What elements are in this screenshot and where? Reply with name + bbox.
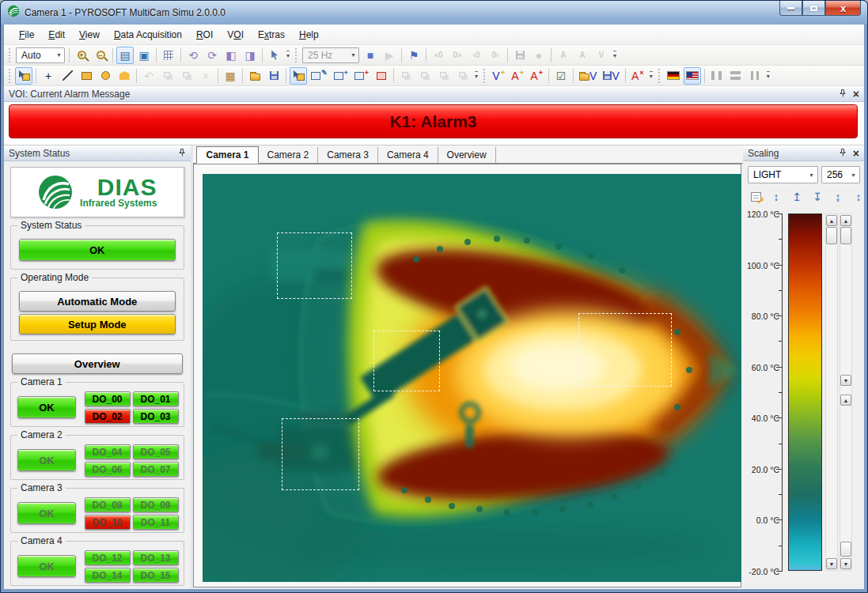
roi-rectangle-2[interactable]: [373, 330, 440, 391]
jump-end-button[interactable]: 0»: [449, 47, 466, 64]
palette-combo[interactable]: LIGHT ▼: [748, 166, 818, 183]
title-bar[interactable]: Camera 1 - PYROSOFT MultiCam Simu 2.0.0.…: [1, 1, 867, 25]
roi-delete-button[interactable]: [373, 67, 390, 85]
camera-1-status-button[interactable]: OK: [17, 396, 76, 418]
arrange-vertical-button[interactable]: [454, 67, 472, 85]
menu-help[interactable]: Help: [292, 27, 326, 43]
scale-expand-button[interactable]: ↨: [830, 189, 846, 205]
scale-lower-limit-button[interactable]: ↧: [809, 189, 825, 205]
grid-button[interactable]: [160, 47, 177, 64]
draw-point-button[interactable]: +: [40, 67, 57, 85]
alarm-add-button[interactable]: A+: [509, 67, 526, 85]
scale-upper-limit-button[interactable]: ↥: [789, 189, 805, 205]
maximize-button[interactable]: [802, 1, 825, 16]
do-indicator-do_12[interactable]: DO_12: [85, 550, 131, 565]
alarm-add2-button[interactable]: A+: [528, 67, 545, 85]
tab-camera-2[interactable]: Camera 2: [259, 147, 319, 163]
scroll-thumb[interactable]: [826, 227, 837, 244]
paste-button[interactable]: [178, 67, 195, 85]
toolbar-overflow-button[interactable]: ▾: [650, 71, 653, 81]
scroll-thumb[interactable]: [840, 542, 851, 557]
tab-camera-1[interactable]: Camera 1: [196, 146, 258, 164]
step-forward-button[interactable]: 0›: [487, 47, 504, 64]
flip-vertical-button[interactable]: ◨: [241, 47, 259, 64]
stop-button[interactable]: ■: [362, 47, 379, 64]
do-indicator-do_09[interactable]: DO_09: [133, 497, 179, 512]
play-button[interactable]: ▶: [381, 47, 398, 64]
zoom-out-button[interactable]: [92, 47, 109, 64]
close-panel-icon[interactable]: ×: [853, 148, 859, 159]
pointer-mode-button[interactable]: [266, 47, 283, 64]
roi-open-button[interactable]: [246, 67, 263, 85]
record-save-button[interactable]: [511, 47, 529, 64]
undo-button[interactable]: ↶: [140, 67, 157, 85]
scroll-down-button[interactable]: ▼: [826, 558, 837, 569]
scroll-down-button[interactable]: ▼: [840, 558, 851, 569]
close-panel-icon[interactable]: ×: [853, 89, 859, 100]
scale-autoscale-button[interactable]: ↕: [851, 189, 864, 205]
do-indicator-do_05[interactable]: DO_05: [133, 444, 179, 459]
setup-mode-button[interactable]: Setup Mode: [19, 314, 176, 334]
scroll-up-button[interactable]: ▲: [826, 215, 837, 226]
toolbar-overflow-button[interactable]: ▾: [475, 71, 478, 81]
flip-horizontal-button[interactable]: ◧: [222, 47, 240, 64]
camera-2-status-button[interactable]: OK: [17, 449, 76, 471]
scale-scrollbar-right[interactable]: ▲ ▼ ▲ ▼: [840, 213, 852, 571]
menu-roi[interactable]: ROI: [189, 27, 220, 43]
copy-button[interactable]: [159, 67, 176, 85]
roi-edit-button[interactable]: ✎: [309, 67, 330, 85]
arrange-horizontal-button[interactable]: [435, 67, 453, 85]
do-indicator-do_03[interactable]: DO_03: [133, 409, 179, 424]
pin-icon[interactable]: [840, 89, 847, 100]
do-indicator-do_11[interactable]: DO_11: [133, 515, 179, 530]
alarm-banner[interactable]: K1: Alarm3: [9, 104, 858, 138]
select-tool-button[interactable]: [15, 67, 32, 85]
menu-voi[interactable]: VOI: [220, 27, 251, 43]
toolbar-overflow-button[interactable]: ▾: [767, 71, 770, 81]
scroll-down-button[interactable]: ▼: [840, 375, 851, 386]
delete-button[interactable]: ×: [197, 67, 214, 85]
thermal-image[interactable]: [203, 174, 741, 582]
menu-data-acquisition[interactable]: Data Acquisition: [107, 27, 189, 43]
do-indicator-do_04[interactable]: DO_04: [85, 444, 131, 459]
voi-add-button[interactable]: V+: [490, 67, 507, 85]
minimize-button[interactable]: [779, 1, 802, 16]
alarm-delete-button[interactable]: A×: [629, 67, 646, 85]
do-indicator-do_08[interactable]: DO_08: [85, 497, 131, 512]
pin-icon[interactable]: [840, 148, 847, 159]
do-indicator-do_06[interactable]: DO_06: [85, 462, 131, 477]
camera-4-status-button[interactable]: OK: [17, 555, 76, 577]
draw-line-button[interactable]: [59, 67, 76, 85]
roi-save-button[interactable]: [265, 67, 282, 85]
record-stop-button[interactable]: ●: [530, 47, 548, 64]
do-indicator-do_13[interactable]: DO_13: [133, 550, 179, 565]
levels-combo[interactable]: 256 ▼: [821, 166, 860, 183]
roi-add-alarm-button[interactable]: +: [352, 67, 371, 85]
roi-rectangle-3[interactable]: [578, 313, 672, 387]
tab-camera-4[interactable]: Camera 4: [378, 147, 438, 163]
scroll-thumb[interactable]: [840, 227, 851, 244]
jump-start-button[interactable]: «0: [430, 47, 447, 64]
roi-add-button[interactable]: +: [332, 67, 351, 85]
layout-rows-button[interactable]: [727, 67, 745, 85]
arrange-tile-button[interactable]: [397, 67, 415, 85]
scale-move-button[interactable]: ↕: [768, 189, 784, 205]
frequency-combo[interactable]: 25 Hz▼: [302, 47, 359, 63]
overview-button[interactable]: Overview: [12, 353, 183, 374]
roi-rectangle-4[interactable]: [282, 418, 359, 490]
layout-columns-button[interactable]: [708, 67, 726, 85]
draw-rectangle-button[interactable]: [78, 67, 95, 85]
arrange-cascade-button[interactable]: [416, 67, 434, 85]
sequence-open-button[interactable]: A: [574, 47, 591, 64]
do-indicator-do_14[interactable]: DO_14: [85, 568, 131, 583]
step-back-button[interactable]: ‹0: [468, 47, 485, 64]
do-indicator-do_02[interactable]: DO_02: [85, 409, 131, 424]
voi-open-button[interactable]: V: [577, 67, 599, 85]
rotate-right-button[interactable]: ⟳: [203, 47, 221, 64]
fit-width-button[interactable]: ▤: [116, 47, 134, 64]
full-image-button[interactable]: ▣: [135, 47, 153, 64]
system-status-ok-button[interactable]: OK: [19, 239, 176, 261]
color-scale-bar[interactable]: [788, 213, 822, 571]
menu-view[interactable]: View: [72, 27, 107, 43]
tab-camera-3[interactable]: Camera 3: [318, 147, 378, 163]
